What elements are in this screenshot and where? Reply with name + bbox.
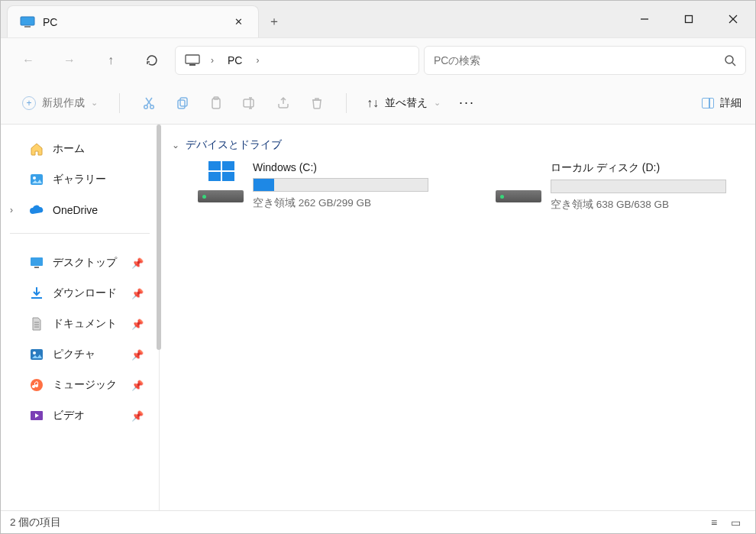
search-icon[interactable] xyxy=(724,54,736,66)
sidebar-item-label: デスクトップ xyxy=(53,256,117,270)
svg-point-25 xyxy=(33,351,36,354)
details-icon xyxy=(702,98,714,108)
drive-icon xyxy=(496,161,541,207)
svg-rect-6 xyxy=(186,55,199,63)
back-button[interactable]: ← xyxy=(10,45,47,76)
details-label: 詳細 xyxy=(720,96,741,110)
tab-pc[interactable]: PC ✕ xyxy=(7,5,259,37)
sidebar-item-videos[interactable]: ビデオ📌 xyxy=(1,400,159,431)
svg-rect-22 xyxy=(31,257,43,266)
sidebar-item-desktop[interactable]: デスクトップ📌 xyxy=(1,248,159,278)
svg-point-21 xyxy=(33,176,36,180)
refresh-button[interactable] xyxy=(134,45,170,76)
sidebar: ホームギャラリー›OneDrive デスクトップ📌ダウンロード📌ドキュメント📌ピ… xyxy=(1,125,160,510)
drive-subtext: 空き領域 638 GB/638 GB xyxy=(551,193,748,212)
svg-rect-15 xyxy=(180,98,187,106)
delete-button[interactable] xyxy=(302,88,332,118)
downloads-icon xyxy=(28,285,45,302)
svg-point-8 xyxy=(725,56,733,63)
sidebar-item-gallery[interactable]: ギャラリー xyxy=(1,164,159,195)
details-pane-button[interactable]: 詳細 xyxy=(702,96,741,110)
pc-icon xyxy=(20,16,35,28)
sidebar-item-pictures[interactable]: ピクチャ📌 xyxy=(1,339,159,370)
cut-button[interactable] xyxy=(134,88,164,118)
chevron-down-icon: ⌄ xyxy=(172,140,179,150)
pin-icon: 📌 xyxy=(131,410,144,422)
toolbar: + 新規作成 ⌄ ↑↓ 並べ替え ⌄ ··· 詳細 xyxy=(1,82,755,125)
up-button[interactable]: ↑ xyxy=(92,45,129,76)
drive-icon xyxy=(198,161,244,207)
drive-item[interactable]: ローカル ディスク (D:)空き領域 638 GB/638 GB xyxy=(496,161,748,212)
share-button[interactable] xyxy=(268,88,299,118)
chevron-down-icon: ⌄ xyxy=(91,98,98,108)
sidebar-item-label: ダウンロード xyxy=(53,286,117,300)
sidebar-item-label: OneDrive xyxy=(53,204,98,216)
rename-button[interactable] xyxy=(234,88,265,118)
address-segment[interactable]: PC xyxy=(223,54,247,66)
more-button[interactable]: ··· xyxy=(450,95,484,111)
drive-name: Windows (C:) xyxy=(253,161,450,178)
sidebar-item-documents[interactable]: ドキュメント📌 xyxy=(1,309,159,339)
content: ⌄ デバイスとドライブ Windows (C:)空き領域 262 GB/299 … xyxy=(160,125,755,510)
plus-icon: + xyxy=(22,96,36,110)
pin-icon: 📌 xyxy=(131,380,144,391)
sidebar-item-music[interactable]: ミュージック📌 xyxy=(1,370,159,400)
pin-icon: 📌 xyxy=(131,319,144,330)
gallery-icon xyxy=(28,171,45,188)
drive-name: ローカル ディスク (D:) xyxy=(551,161,748,180)
drive-item[interactable]: Windows (C:)空き領域 262 GB/299 GB xyxy=(198,161,450,212)
svg-line-12 xyxy=(147,98,152,105)
music-icon xyxy=(28,377,45,393)
sidebar-item-label: ビデオ xyxy=(53,409,85,422)
sidebar-item-label: ピクチャ xyxy=(53,348,95,361)
titlebar: PC ✕ ＋ xyxy=(1,1,755,37)
pin-icon: 📌 xyxy=(131,257,144,269)
sidebar-item-home[interactable]: ホーム xyxy=(1,134,159,164)
search-input[interactable] xyxy=(434,54,724,66)
sidebar-item-downloads[interactable]: ダウンロード📌 xyxy=(1,278,159,309)
svg-rect-7 xyxy=(189,64,195,66)
home-icon xyxy=(28,141,45,157)
group-title: デバイスとドライブ xyxy=(186,138,282,152)
paste-button[interactable] xyxy=(201,88,231,118)
body: ホームギャラリー›OneDrive デスクトップ📌ダウンロード📌ドキュメント📌ピ… xyxy=(1,125,755,510)
address-row: ← → ↑ › PC › xyxy=(1,37,755,82)
maximize-button[interactable] xyxy=(667,1,711,37)
status-bar: 2 個の項目 ≡ ▭ xyxy=(1,510,755,533)
sidebar-item-label: ドキュメント xyxy=(53,317,117,331)
status-text: 2 個の項目 xyxy=(10,516,61,529)
chevron-right-icon[interactable]: › xyxy=(251,55,263,66)
new-tab-button[interactable]: ＋ xyxy=(259,5,289,37)
sidebar-item-label: ホーム xyxy=(53,142,85,156)
svg-line-13 xyxy=(146,98,151,105)
address-bar[interactable]: › PC › xyxy=(175,46,419,75)
forward-button[interactable]: → xyxy=(51,45,88,76)
copy-button[interactable] xyxy=(167,88,198,118)
chevron-down-icon: ⌄ xyxy=(434,98,441,108)
pin-icon: 📌 xyxy=(131,349,144,361)
drive-subtext: 空き領域 262 GB/299 GB xyxy=(253,192,450,210)
svg-rect-1 xyxy=(24,26,31,28)
pc-icon xyxy=(183,51,202,70)
videos-icon xyxy=(28,407,45,424)
window-controls xyxy=(622,1,755,37)
view-tiles-button[interactable]: ▭ xyxy=(725,514,746,531)
chevron-right-icon[interactable]: › xyxy=(206,55,218,66)
tab-close-button[interactable]: ✕ xyxy=(228,11,249,33)
sort-button[interactable]: ↑↓ 並べ替え ⌄ xyxy=(360,92,447,115)
group-header[interactable]: ⌄ デバイスとドライブ xyxy=(167,135,748,161)
new-label: 新規作成 xyxy=(42,96,85,110)
tab-title: PC xyxy=(43,16,220,28)
svg-rect-0 xyxy=(21,17,34,25)
documents-icon xyxy=(28,316,45,332)
sidebar-item-label: ミュージック xyxy=(53,378,117,392)
search-box[interactable] xyxy=(424,46,746,75)
sidebar-item-onedrive[interactable]: ›OneDrive xyxy=(1,195,159,225)
minimize-button[interactable] xyxy=(622,1,667,37)
new-button[interactable]: + 新規作成 ⌄ xyxy=(15,92,105,115)
close-button[interactable] xyxy=(711,1,755,37)
svg-rect-3 xyxy=(686,16,693,23)
svg-rect-16 xyxy=(212,99,220,108)
view-list-button[interactable]: ≡ xyxy=(703,514,725,531)
chevron-right-icon[interactable]: › xyxy=(10,205,13,215)
